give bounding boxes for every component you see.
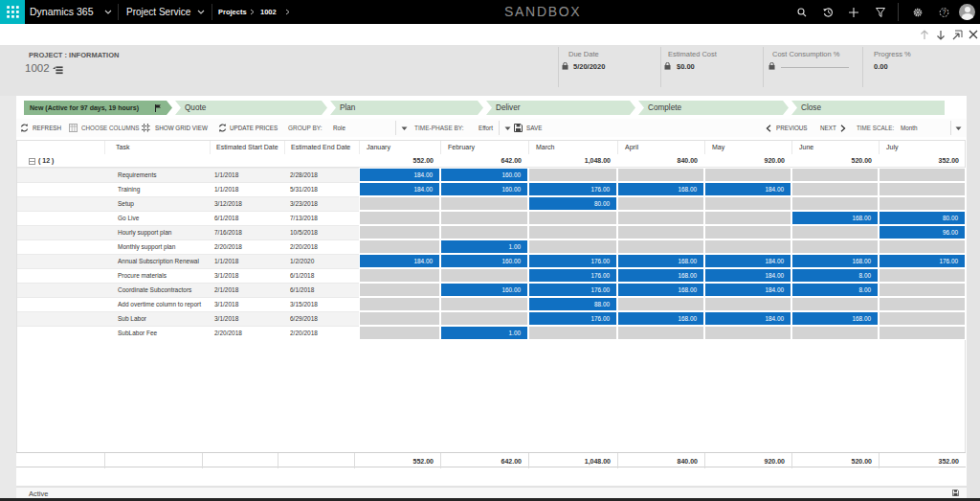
svg-text:?: ?: [943, 9, 947, 15]
